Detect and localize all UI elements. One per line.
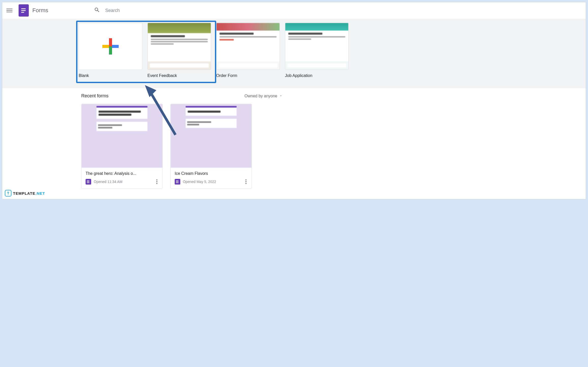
template-thumb-job <box>285 23 349 70</box>
watermark-text: TEMPLATE.NET <box>13 191 45 195</box>
forms-badge-icon <box>175 179 180 185</box>
plus-icon <box>102 38 119 55</box>
templates-section: Blank Event Feedback <box>2 19 586 88</box>
recent-thumb <box>81 104 162 168</box>
recent-form-card[interactable]: Ice Cream Flavors Opened May 5, 2022 <box>170 104 252 189</box>
app-title: Forms <box>32 7 48 14</box>
recent-opened-text: Opened May 5, 2022 <box>183 180 242 184</box>
template-label: Job Application <box>285 73 349 78</box>
template-order-form[interactable]: Order Form <box>216 23 280 78</box>
owner-filter-label: Owned by anyone <box>244 94 277 98</box>
watermark-icon: T <box>5 190 11 196</box>
watermark: T TEMPLATE.NET <box>5 190 45 196</box>
template-event-feedback[interactable]: Event Feedback <box>147 23 211 78</box>
chevron-down-icon <box>279 94 282 98</box>
more-options-icon[interactable] <box>155 178 158 185</box>
search-input[interactable] <box>105 8 207 13</box>
search-icon <box>94 7 100 14</box>
recent-thumb <box>171 104 252 168</box>
template-label: Event Feedback <box>147 73 211 78</box>
template-label: Blank <box>79 73 142 78</box>
recent-opened-text: Opened 11:34 AM <box>94 180 153 184</box>
template-thumb-order <box>216 23 280 70</box>
recent-form-name: The great hero: Analysis o... <box>86 171 158 176</box>
template-job-application[interactable]: Job Application <box>285 23 349 78</box>
more-options-icon[interactable] <box>244 178 248 185</box>
recent-form-card[interactable]: The great hero: Analysis o... Opened 11:… <box>81 104 163 189</box>
template-label: Order Form <box>216 73 280 78</box>
owner-filter-dropdown[interactable]: Owned by anyone <box>244 94 282 98</box>
recent-forms-title: Recent forms <box>81 93 108 99</box>
template-thumb-blank <box>79 23 142 70</box>
search-bar[interactable] <box>94 7 582 14</box>
recent-section: Recent forms Owned by anyone <box>2 88 586 199</box>
template-thumb-event <box>147 23 211 70</box>
header: Forms <box>2 2 586 19</box>
menu-icon[interactable] <box>6 7 12 14</box>
recent-form-name: Ice Cream Flavors <box>175 171 248 176</box>
forms-badge-icon <box>86 179 91 185</box>
template-blank[interactable]: Blank <box>79 23 142 78</box>
forms-logo-icon[interactable] <box>19 4 29 17</box>
